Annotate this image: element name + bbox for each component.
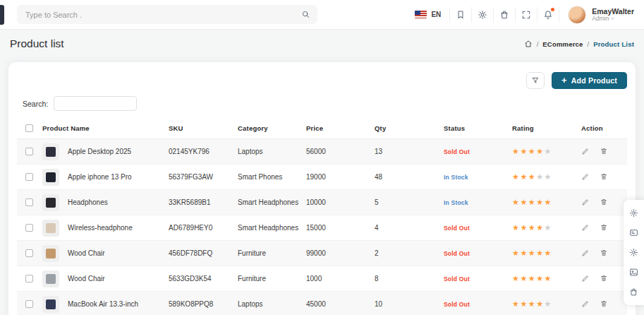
product-thumbnail — [42, 194, 59, 211]
table-search-input[interactable] — [54, 96, 137, 111]
status-badge: Sold Out — [444, 301, 470, 308]
product-price: 10000 — [306, 190, 375, 215]
edit-icon[interactable] — [581, 147, 590, 155]
row-checkbox[interactable] — [25, 275, 33, 283]
product-sku: 456DF78DFQ — [169, 241, 238, 266]
delete-icon[interactable] — [600, 249, 608, 257]
status-badge: In Stock — [444, 199, 468, 206]
delete-icon[interactable] — [600, 299, 608, 308]
col-price[interactable]: Price — [306, 118, 375, 139]
status-badge: Sold Out — [444, 275, 470, 283]
star-icon: ★ — [528, 274, 536, 283]
star-icon: ★ — [545, 147, 552, 155]
rating-stars[interactable]: ★★★★★ — [512, 147, 552, 155]
col-rating[interactable]: Rating — [512, 118, 581, 139]
delete-icon[interactable] — [600, 274, 608, 283]
edit-icon[interactable] — [581, 274, 590, 283]
product-qty: 8 — [375, 266, 444, 292]
product-category: Smart Headphones — [238, 215, 306, 241]
product-thumbnail — [42, 271, 59, 287]
star-icon: ★ — [545, 249, 552, 257]
rating-stars[interactable]: ★★★★★ — [512, 274, 552, 283]
star-icon: ★ — [520, 147, 528, 155]
language-selector[interactable]: EN — [406, 7, 449, 23]
product-category: Smart Headphones — [238, 190, 306, 215]
bell-icon[interactable] — [537, 7, 559, 23]
star-icon: ★ — [520, 274, 528, 283]
star-icon: ★ — [520, 299, 528, 308]
table-search-label: Search: — [23, 100, 48, 108]
search-icon[interactable] — [301, 10, 310, 19]
select-all-checkbox[interactable] — [25, 124, 33, 132]
global-search — [17, 5, 317, 24]
star-icon: ★ — [536, 274, 544, 283]
product-sku: 02145YK796 — [169, 139, 238, 165]
shop-bag-icon[interactable] — [624, 287, 638, 297]
status-badge: Sold Out — [444, 148, 470, 155]
rating-stars[interactable]: ★★★★★ — [512, 198, 552, 206]
edit-icon[interactable] — [581, 299, 590, 308]
star-icon: ★ — [545, 274, 552, 283]
col-category[interactable]: Category — [238, 118, 306, 139]
product-category: Laptops — [238, 292, 306, 315]
product-qty: 10 — [375, 292, 444, 315]
star-icon: ★ — [512, 198, 520, 206]
col-sku[interactable]: SKU — [169, 118, 238, 139]
delete-icon[interactable] — [600, 223, 608, 232]
page-title: Product list — [10, 37, 64, 50]
rating-stars[interactable]: ★★★★★ — [512, 172, 552, 181]
sidebar-edge[interactable] — [0, 5, 4, 25]
rating-stars[interactable]: ★★★★★ — [512, 299, 552, 308]
star-icon: ★ — [528, 147, 536, 155]
rating-stars[interactable]: ★★★★★ — [512, 249, 552, 257]
edit-icon[interactable] — [581, 249, 590, 257]
bookmark-icon[interactable] — [449, 7, 471, 23]
avatar[interactable] — [568, 6, 586, 24]
star-icon: ★ — [528, 299, 536, 308]
filter-icon[interactable] — [526, 72, 545, 89]
settings-gear-icon[interactable] — [624, 208, 638, 218]
product-sku: 33KR5689B1 — [169, 190, 238, 215]
star-icon: ★ — [512, 249, 520, 257]
row-checkbox[interactable] — [25, 173, 33, 181]
fullscreen-icon[interactable] — [515, 7, 537, 23]
product-name: Wireless-headphone — [68, 224, 133, 232]
home-icon[interactable] — [524, 40, 533, 48]
breadcrumb-section[interactable]: ECommerce — [542, 40, 583, 48]
product-price: 15000 — [306, 215, 375, 241]
add-product-button[interactable]: + Add Product — [552, 72, 627, 89]
product-thumbnail — [42, 296, 59, 313]
col-product-name[interactable]: Product Name — [42, 118, 169, 139]
star-icon: ★ — [536, 299, 544, 308]
rating-stars[interactable]: ★★★★★ — [512, 223, 552, 232]
delete-icon[interactable] — [600, 198, 608, 206]
star-icon: ★ — [536, 249, 544, 257]
row-checkbox[interactable] — [25, 224, 33, 232]
card-icon[interactable] — [624, 228, 638, 237]
row-checkbox[interactable] — [25, 148, 33, 155]
product-qty: 4 — [375, 215, 444, 241]
gear-icon[interactable] — [471, 7, 493, 23]
search-input[interactable] — [24, 10, 301, 20]
row-checkbox[interactable] — [25, 300, 33, 308]
delete-icon[interactable] — [600, 147, 608, 155]
edit-icon[interactable] — [581, 172, 590, 181]
col-status[interactable]: Status — [444, 118, 512, 139]
star-icon: ★ — [512, 223, 520, 232]
image-icon[interactable] — [624, 268, 638, 277]
bag-icon[interactable] — [493, 7, 515, 23]
row-checkbox[interactable] — [25, 249, 33, 257]
edit-icon[interactable] — [581, 223, 590, 232]
gear-icon[interactable] — [624, 248, 638, 257]
table-row: Apple Desktop 2025 02145YK796 Laptops 56… — [17, 139, 627, 165]
user-menu[interactable]: EmayWalter Admin — [559, 7, 644, 23]
star-icon: ★ — [545, 223, 552, 232]
product-table: Product Name SKU Category Price Qty Stat… — [17, 118, 627, 315]
col-qty[interactable]: Qty — [375, 118, 444, 139]
topbar-actions: EN EmayWalter Admin — [406, 0, 644, 29]
delete-icon[interactable] — [600, 172, 608, 181]
row-checkbox[interactable] — [25, 198, 33, 206]
table-row: Wireless-headphone AD6789HEY0 Smart Head… — [17, 215, 627, 241]
edit-icon[interactable] — [581, 198, 590, 206]
table-row: Wood Chair 456DF78DFQ Furniture 99000 2 … — [17, 241, 627, 266]
